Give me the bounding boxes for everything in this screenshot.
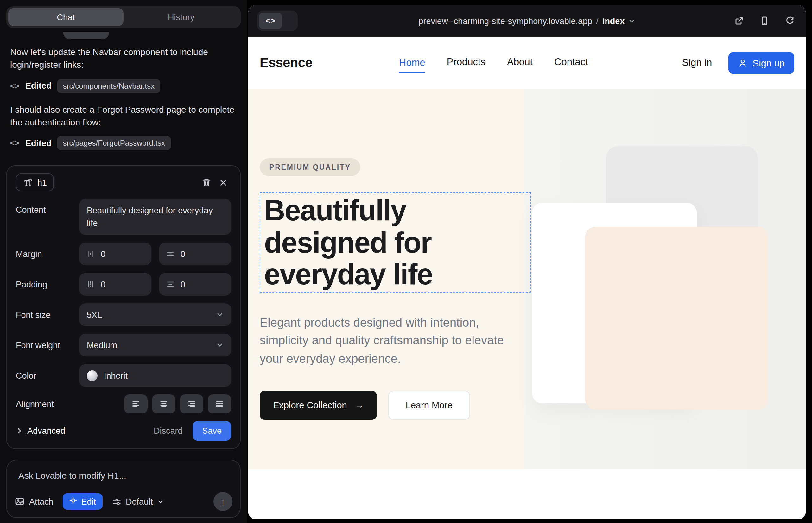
padding-horizontal-value: 0 (101, 280, 105, 289)
align-justify-button[interactable] (208, 395, 231, 414)
premium-quality-badge: PREMIUM QUALITY (260, 158, 360, 176)
element-tag-badge: h1 (16, 174, 54, 191)
image-icon (15, 497, 25, 507)
site-navbar: Essence Home Products About Contact Sign… (248, 37, 806, 89)
padding-horizontal-input[interactable]: 0 (79, 273, 152, 296)
padding-row: Padding 0 0 (16, 273, 231, 296)
edited-label: Edited (25, 138, 52, 148)
alignment-label: Alignment (16, 399, 79, 409)
nav-link-contact[interactable]: Contact (554, 56, 588, 69)
font-size-row: Font size 5XL (16, 304, 231, 326)
tab-chat[interactable]: Chat (8, 8, 124, 26)
discard-button[interactable]: Discard (146, 422, 190, 440)
url-path: index (602, 16, 625, 26)
margin-vertical-input[interactable]: 0 (159, 243, 231, 266)
code-icon: <> (259, 13, 282, 29)
file-edit-row: <> Edited src/pages/ForgotPassword.tsx (10, 136, 237, 150)
file-edit-row: <> Edited src/components/Navbar.tsx (10, 79, 237, 93)
color-swatch-icon (87, 371, 98, 381)
chat-message: I should also create a Forgot Password p… (10, 103, 236, 128)
hero-headline: Beautifully designed for everyday life (264, 194, 526, 291)
default-mode-dropdown[interactable]: Default (112, 497, 164, 506)
sign-up-label: Sign up (753, 57, 785, 68)
type-icon (23, 177, 33, 187)
decorative-card-cream (585, 227, 768, 410)
advanced-label: Advanced (27, 427, 65, 436)
margin-label: Margin (16, 250, 79, 259)
code-view-toggle[interactable]: <> (257, 11, 298, 31)
mobile-view-button[interactable] (758, 14, 772, 28)
save-button[interactable]: Save (193, 421, 231, 441)
browser-chrome: <> preview--charming-site-symphony.lovab… (248, 5, 806, 37)
explore-collection-button[interactable]: Explore Collection → (260, 391, 377, 420)
preview-window: <> preview--charming-site-symphony.lovab… (248, 5, 806, 519)
color-row: Color Inherit (16, 364, 231, 387)
padding-vertical-icon (166, 280, 175, 289)
composer-actions: Attach Edit Default ↑ (15, 492, 232, 511)
align-right-button[interactable] (180, 395, 203, 414)
send-button[interactable]: ↑ (213, 492, 232, 511)
url-domain: preview--charming-site-symphony.lovable.… (419, 16, 593, 26)
site-nav-links: Home Products About Contact (399, 56, 588, 69)
align-left-button[interactable] (124, 395, 147, 414)
sidebar-tabs: Chat History (6, 6, 241, 28)
content-input[interactable]: Beautifully designed for everyday life (79, 199, 231, 235)
edit-mode-label: Edit (82, 497, 96, 506)
padding-vertical-value: 0 (180, 280, 185, 289)
element-tag-label: h1 (37, 178, 47, 187)
align-center-button[interactable] (152, 395, 175, 414)
nav-link-home[interactable]: Home (399, 57, 425, 73)
content-label: Content (16, 199, 79, 215)
margin-row: Margin 0 0 (16, 243, 231, 266)
font-size-value: 5XL (87, 310, 216, 320)
margin-vertical-icon (166, 250, 175, 259)
padding-vertical-input[interactable]: 0 (159, 273, 231, 296)
edit-mode-button[interactable]: Edit (63, 493, 103, 510)
site-viewport: Essence Home Products About Contact Sign… (248, 37, 806, 519)
font-size-label: Font size (16, 310, 79, 320)
preview-area: <> preview--charming-site-symphony.lovab… (247, 0, 812, 523)
prompt-input[interactable]: Ask Lovable to modify H1... (18, 470, 229, 481)
sliders-icon (112, 497, 121, 506)
site-logo[interactable]: Essence (260, 55, 312, 70)
sign-up-button[interactable]: Sign up (728, 52, 794, 74)
arrow-right-icon: → (355, 400, 364, 411)
nav-link-about[interactable]: About (507, 56, 533, 69)
attach-label: Attach (29, 497, 54, 506)
refresh-button[interactable] (783, 14, 797, 28)
advanced-toggle[interactable]: Advanced (16, 427, 65, 436)
learn-more-button[interactable]: Learn More (389, 391, 470, 420)
margin-horizontal-value: 0 (101, 250, 105, 259)
font-weight-select[interactable]: Medium (79, 334, 231, 357)
chat-message-list: Now let's update the Navbar component to… (6, 34, 241, 160)
content-row: Content Beautifully designed for everyda… (16, 199, 231, 235)
url-bar[interactable]: preview--charming-site-symphony.lovable.… (419, 16, 636, 26)
prompt-composer: Ask Lovable to modify H1... Attach Edit (6, 460, 241, 518)
chat-message: Now let's update the Navbar component to… (10, 46, 236, 71)
font-weight-row: Font weight Medium (16, 334, 231, 357)
attach-button[interactable]: Attach (15, 497, 54, 507)
explore-collection-label: Explore Collection (273, 400, 347, 411)
color-select[interactable]: Inherit (79, 364, 231, 387)
margin-horizontal-input[interactable]: 0 (79, 243, 152, 266)
editor-footer: Advanced Discard Save (16, 421, 231, 441)
tab-history[interactable]: History (124, 8, 239, 26)
hero-section: PREMIUM QUALITY Beautifully designed for… (248, 89, 806, 469)
url-separator: / (596, 16, 599, 26)
default-mode-label: Default (126, 497, 153, 506)
margin-horizontal-icon (86, 250, 95, 259)
open-external-button[interactable] (732, 14, 746, 28)
select-target-icon (69, 497, 77, 507)
selected-element-outline[interactable]: Beautifully designed for everyday life (260, 193, 531, 292)
nav-link-products[interactable]: Products (447, 56, 486, 69)
edited-label: Edited (25, 81, 52, 91)
delete-element-button[interactable] (198, 174, 215, 191)
sign-in-link[interactable]: Sign in (682, 57, 712, 68)
site-bottom-spacer (248, 469, 806, 519)
file-path-chip[interactable]: src/pages/ForgotPassword.tsx (57, 136, 171, 150)
close-editor-button[interactable] (215, 174, 231, 191)
font-size-select[interactable]: 5XL (79, 304, 231, 326)
padding-horizontal-icon (86, 280, 95, 289)
file-path-chip[interactable]: src/components/Navbar.tsx (57, 79, 160, 93)
code-icon: <> (10, 82, 20, 90)
